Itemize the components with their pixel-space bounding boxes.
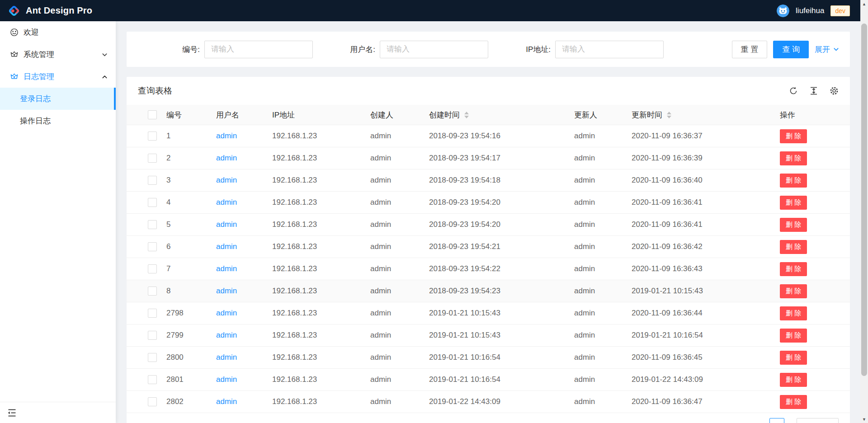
cell-updater: admin xyxy=(574,397,632,406)
cell-ip: 192.168.1.23 xyxy=(272,264,370,273)
cell-username[interactable]: admin xyxy=(216,309,272,318)
settings-gear-icon[interactable] xyxy=(830,86,839,95)
col-ip: IP地址 xyxy=(272,110,370,120)
row-checkbox[interactable] xyxy=(148,198,157,207)
col-updated-time[interactable]: 更新时间 xyxy=(632,110,780,120)
cell-username[interactable]: admin xyxy=(216,198,272,207)
cell-created: 2018-09-23 19:54:17 xyxy=(429,154,574,163)
cell-id: 2802 xyxy=(166,397,216,406)
avatar[interactable] xyxy=(777,5,789,17)
cell-username[interactable]: admin xyxy=(216,397,272,406)
sidebar-item-op-log[interactable]: 操作日志 xyxy=(0,110,116,132)
row-checkbox[interactable] xyxy=(148,287,157,296)
row-checkbox[interactable] xyxy=(148,353,157,362)
field-ip: IP地址: xyxy=(488,41,664,58)
reload-icon[interactable] xyxy=(789,86,798,95)
delete-button[interactable]: 删 除 xyxy=(780,196,807,210)
cell-ip: 192.168.1.23 xyxy=(272,198,370,207)
table-row: 4 admin 192.168.1.23 admin 2018-09-23 19… xyxy=(127,192,850,214)
row-select-cell xyxy=(127,132,166,141)
delete-button[interactable]: 删 除 xyxy=(780,306,807,320)
chevron-down-icon xyxy=(102,52,108,57)
sidebar-item-login-log[interactable]: 登录日志 xyxy=(0,88,116,110)
row-checkbox[interactable] xyxy=(148,242,157,251)
cell-username[interactable]: admin xyxy=(216,242,272,251)
row-checkbox[interactable] xyxy=(148,220,157,229)
delete-button[interactable]: 删 除 xyxy=(780,151,807,165)
cell-creator: admin xyxy=(370,220,429,229)
cell-creator: admin xyxy=(370,154,429,163)
column-height-icon[interactable] xyxy=(809,86,818,95)
table-card: 查询表格 xyxy=(127,77,850,423)
cell-username[interactable]: admin xyxy=(216,132,272,141)
row-checkbox[interactable] xyxy=(148,309,157,318)
username[interactable]: liufeihua xyxy=(796,6,824,15)
cell-created: 2019-01-21 10:16:54 xyxy=(429,375,574,384)
vertical-scrollbar[interactable]: ▲ ▼ xyxy=(860,0,868,423)
row-action-cell: 删 除 xyxy=(780,218,850,232)
delete-button[interactable]: 删 除 xyxy=(780,240,807,254)
page-button-1[interactable]: 1 xyxy=(769,418,784,423)
delete-button[interactable]: 删 除 xyxy=(780,373,807,387)
delete-button[interactable]: 删 除 xyxy=(780,329,807,343)
menu-fold-icon[interactable] xyxy=(7,408,17,418)
scrollbar-thumb[interactable] xyxy=(861,24,867,376)
cell-ip: 192.168.1.23 xyxy=(272,309,370,318)
page-size-select[interactable] xyxy=(797,418,839,423)
cell-username[interactable]: admin xyxy=(216,331,272,340)
cell-creator: admin xyxy=(370,132,429,141)
cell-username[interactable]: admin xyxy=(216,176,272,185)
cell-username[interactable]: admin xyxy=(216,287,272,296)
table-row: 2800 admin 192.168.1.23 admin 2019-01-21… xyxy=(127,347,850,369)
row-select-cell xyxy=(127,176,166,185)
sort-carets-icon[interactable] xyxy=(667,112,671,118)
row-checkbox[interactable] xyxy=(148,375,157,384)
col-created-time[interactable]: 创建时间 xyxy=(429,110,574,120)
chevron-down-icon xyxy=(833,47,839,52)
cell-username[interactable]: admin xyxy=(216,220,272,229)
cell-username[interactable]: admin xyxy=(216,375,272,384)
row-action-cell: 删 除 xyxy=(780,129,850,143)
cell-username[interactable]: admin xyxy=(216,353,272,362)
expand-link[interactable]: 展开 xyxy=(815,44,839,55)
cell-updated: 2020-11-09 16:36:39 xyxy=(632,154,780,163)
sidebar-item-system-mgmt[interactable]: 系统管理 xyxy=(0,43,116,66)
cell-updated: 2020-11-09 16:36:41 xyxy=(632,220,780,229)
delete-button[interactable]: 删 除 xyxy=(780,174,807,188)
delete-button[interactable]: 删 除 xyxy=(780,395,807,409)
cell-created: 2018-09-23 19:54:16 xyxy=(429,132,574,141)
query-button[interactable]: 查 询 xyxy=(773,41,809,58)
cell-creator: admin xyxy=(370,198,429,207)
sidebar-item-welcome[interactable]: 欢迎 xyxy=(0,21,116,43)
scroll-up-arrow-icon[interactable]: ▲ xyxy=(860,0,868,8)
row-action-cell: 删 除 xyxy=(780,306,850,320)
cell-created: 2018-09-23 19:54:18 xyxy=(429,176,574,185)
row-action-cell: 删 除 xyxy=(780,373,850,387)
scroll-down-arrow-icon[interactable]: ▼ xyxy=(860,415,868,423)
logo[interactable]: Ant Design Pro xyxy=(8,5,92,17)
delete-button[interactable]: 删 除 xyxy=(780,262,807,276)
sidebar-item-label: 系统管理 xyxy=(24,49,54,60)
ip-input[interactable] xyxy=(555,41,664,58)
delete-button[interactable]: 删 除 xyxy=(780,284,807,298)
select-all-checkbox[interactable] xyxy=(148,110,157,119)
sort-carets-icon[interactable] xyxy=(464,112,469,118)
cell-updater: admin xyxy=(574,198,632,207)
reset-button[interactable]: 重 置 xyxy=(732,41,768,58)
cell-username[interactable]: admin xyxy=(216,264,272,273)
id-input[interactable] xyxy=(204,41,313,58)
row-checkbox[interactable] xyxy=(148,264,157,273)
delete-button[interactable]: 删 除 xyxy=(780,129,807,143)
delete-button[interactable]: 删 除 xyxy=(780,218,807,232)
row-checkbox[interactable] xyxy=(148,154,157,163)
sidebar-item-log-mgmt[interactable]: 日志管理 xyxy=(0,66,116,88)
col-created-time-label: 创建时间 xyxy=(429,110,460,120)
delete-button[interactable]: 删 除 xyxy=(780,351,807,365)
username-input[interactable] xyxy=(380,41,488,58)
row-checkbox[interactable] xyxy=(148,397,157,406)
row-checkbox[interactable] xyxy=(148,176,157,185)
cell-creator: admin xyxy=(370,353,429,362)
row-checkbox[interactable] xyxy=(148,132,157,141)
cell-username[interactable]: admin xyxy=(216,154,272,163)
row-checkbox[interactable] xyxy=(148,331,157,340)
